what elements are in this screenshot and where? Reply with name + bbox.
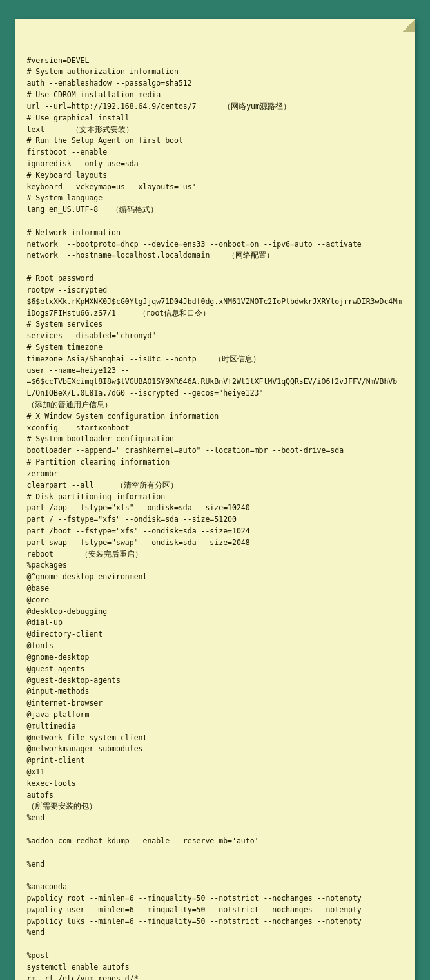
code-content: #version=DEVEL# System authorization inf…: [27, 32, 404, 980]
code-line: @multimedia: [27, 721, 404, 733]
code-line: # Keyboard layouts: [27, 170, 404, 182]
code-line: network --hostname=localhost.localdomain…: [27, 250, 404, 262]
code-line: @guest-agents: [27, 664, 404, 675]
code-line: # Use CDROM installation media: [27, 90, 404, 101]
code-line: （所需要安装的包）: [27, 801, 404, 812]
code-line: clearpart --all （清空所有分区）: [27, 480, 404, 492]
code-line: xconfig --startxonboot: [27, 423, 404, 434]
code-line: firstboot --enable: [27, 147, 404, 159]
code-line: autofs: [27, 790, 404, 802]
code-line: text （文本形式安装）: [27, 124, 404, 136]
code-line: （添加的普通用户信息）: [27, 399, 404, 411]
code-line: # Partition clearing information: [27, 457, 404, 468]
empty-line: [27, 847, 404, 859]
empty-line: [27, 824, 404, 836]
code-line: zerombr: [27, 468, 404, 480]
code-line: @internet-browser: [27, 698, 404, 709]
code-line: @java-platform: [27, 709, 404, 721]
empty-line: [27, 216, 404, 227]
code-line: %packages: [27, 560, 404, 572]
code-line: $6$elxXKk.rKpMXNK0J$cG0YtgJjqw71D04Jbdf0…: [27, 296, 404, 320]
code-line: lang en_US.UTF-8 （编码格式）: [27, 204, 404, 216]
code-line: %addon com_redhat_kdump --enable --reser…: [27, 836, 404, 847]
code-line: @input-methods: [27, 686, 404, 698]
code-line: part / --fstype="xfs" --ondisk=sda --siz…: [27, 514, 404, 526]
code-line: url --url=http://192.168.64.9/centos/7 （…: [27, 101, 404, 113]
code-line: network --bootproto=dhcp --device=ens33 …: [27, 239, 404, 251]
code-line: @dial-up: [27, 617, 404, 629]
code-line: # System timezone: [27, 342, 404, 354]
code-line: @networkmanager-submodules: [27, 744, 404, 755]
code-line: timezone Asia/Shanghai --isUtc --nontp （…: [27, 354, 404, 365]
code-line: @^gnome-desktop-environment: [27, 572, 404, 583]
code-line: ignoredisk --only-use=sda: [27, 159, 404, 170]
code-line: user --name=heiye123 --: [27, 365, 404, 377]
code-line: systemctl enable autofs: [27, 962, 404, 974]
code-line: keyboard --vckeymap=us --xlayouts='us': [27, 182, 404, 193]
code-line: auth --enableshadow --passalgo=sha512: [27, 78, 404, 90]
code-line: # Root password: [27, 273, 404, 285]
code-line: @gnome-desktop: [27, 652, 404, 664]
code-line: %post: [27, 950, 404, 962]
code-line: # Network information: [27, 227, 404, 239]
empty-line: [27, 262, 404, 273]
code-line: part /app --fstype="xfs" --ondisk=sda --…: [27, 503, 404, 514]
code-line: rootpw --iscrypted: [27, 285, 404, 296]
code-line: %end: [27, 927, 404, 939]
code-line: %anaconda: [27, 881, 404, 893]
empty-line: [27, 939, 404, 950]
code-line: part /boot --fstype="xfs" --ondisk=sda -…: [27, 526, 404, 537]
code-line: @directory-client: [27, 629, 404, 640]
code-line: @core: [27, 595, 404, 606]
code-line: # System services: [27, 319, 404, 331]
code-line: # System bootloader configuration: [27, 434, 404, 445]
code-line: # Disk partitioning information: [27, 492, 404, 503]
code-line: #version=DEVEL: [27, 55, 404, 67]
code-line: # System language: [27, 193, 404, 204]
code-line: %end: [27, 812, 404, 824]
code-line: reboot （安装完后重启）: [27, 549, 404, 561]
code-line: # System authorization information: [27, 66, 404, 78]
code-line: @guest-desktop-agents: [27, 675, 404, 687]
empty-line: [27, 870, 404, 881]
code-line: # X Window System configuration informat…: [27, 411, 404, 423]
code-line: # Use graphical install: [27, 113, 404, 124]
code-line: kexec-tools: [27, 778, 404, 790]
code-line: pwpolicy user --minlen=6 --minquality=50…: [27, 905, 404, 916]
code-line: rm -rf /etc/yum.repos.d/*: [27, 974, 404, 980]
code-line: @fonts: [27, 640, 404, 652]
code-line: # Run the Setup Agent on first boot: [27, 135, 404, 147]
code-line: part swap --fstype="swap" --ondisk=sda -…: [27, 537, 404, 549]
code-line: @print-client: [27, 755, 404, 767]
code-line: services --disabled="chronyd": [27, 331, 404, 342]
code-line: pwpolicy luks --minlen=6 --minquality=50…: [27, 916, 404, 928]
code-line: @x11: [27, 767, 404, 778]
code-line: =$6$ccTVbEXcimqt8I8w$tVGUBAO1SY9XR646A.R…: [27, 376, 404, 399]
code-line: %end: [27, 859, 404, 870]
code-line: @base: [27, 583, 404, 595]
document-container: #version=DEVEL# System authorization inf…: [15, 19, 415, 980]
code-line: pwpolicy root --minlen=6 --minquality=50…: [27, 893, 404, 905]
code-line: @desktop-debugging: [27, 606, 404, 618]
code-line: bootloader --append=" crashkernel=auto" …: [27, 445, 404, 457]
code-line: @network-file-system-client: [27, 733, 404, 744]
